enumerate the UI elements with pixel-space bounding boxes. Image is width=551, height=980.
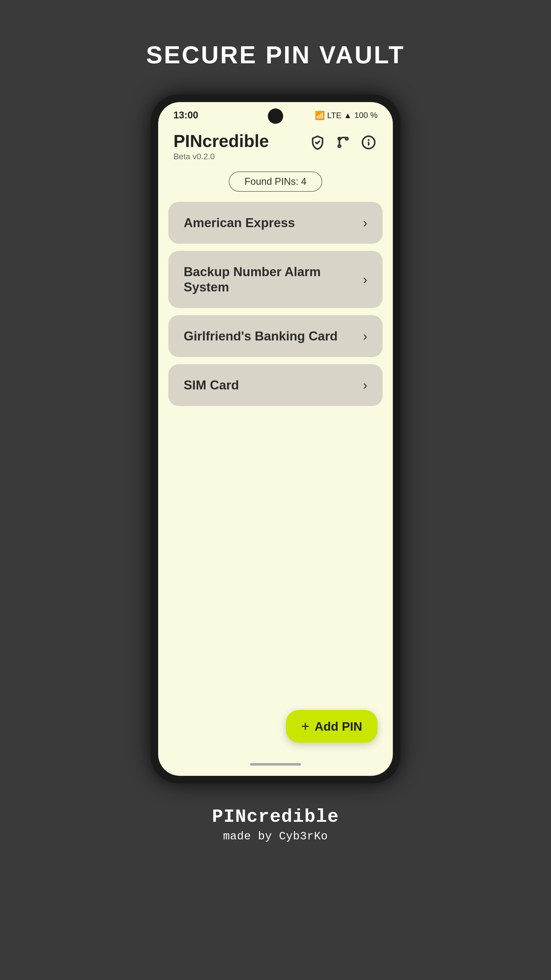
pin-item-label: Backup Number Alarm System	[184, 264, 363, 295]
phone-screen: 13:00 📶 LTE ▲ 100 % PINcredible Beta v0.…	[158, 102, 393, 776]
pin-item-label: Girlfriend's Banking Card	[184, 328, 338, 344]
footer-app-name: PINcredible	[212, 807, 339, 827]
info-icon[interactable]	[360, 134, 378, 151]
app-version: Beta v0.2.0	[173, 152, 269, 161]
pin-item-american-express[interactable]: American Express ›	[168, 202, 383, 244]
status-bar: 13:00 📶 LTE ▲ 100 %	[158, 102, 393, 123]
found-pins-badge: Found PINs: 4	[158, 172, 393, 192]
home-indicator	[250, 763, 301, 765]
chevron-right-icon: ›	[363, 328, 367, 344]
pin-item-girlfriends-banking-card[interactable]: Girlfriend's Banking Card ›	[168, 315, 383, 357]
pin-item-sim-card[interactable]: SIM Card ›	[168, 364, 383, 406]
add-pin-plus-icon: +	[301, 719, 310, 733]
camera-notch	[268, 108, 283, 124]
chevron-right-icon: ›	[363, 272, 367, 287]
status-icons: 📶 LTE ▲ 100 %	[315, 110, 378, 120]
found-pins-pill: Found PINs: 4	[229, 172, 322, 192]
chevron-right-icon: ›	[363, 377, 367, 393]
app-title-block: PINcredible Beta v0.2.0	[173, 131, 269, 161]
add-pin-label: Add PIN	[314, 719, 362, 733]
footer-made-by: made by Cyb3rKo	[223, 830, 328, 843]
branch-icon[interactable]	[334, 134, 352, 151]
chevron-right-icon: ›	[363, 215, 367, 231]
app-name: PINcredible	[173, 131, 269, 151]
add-pin-fab[interactable]: + Add PIN	[286, 710, 378, 743]
header-icons	[309, 134, 378, 151]
pin-item-backup-number-alarm[interactable]: Backup Number Alarm System ›	[168, 251, 383, 308]
shield-check-icon[interactable]	[309, 134, 327, 151]
pin-item-label: SIM Card	[184, 377, 239, 393]
status-time: 13:00	[173, 110, 198, 121]
pin-list: American Express › Backup Number Alarm S…	[158, 202, 393, 406]
app-header: PINcredible Beta v0.2.0	[158, 123, 393, 166]
battery-indicator: 100 %	[354, 110, 378, 120]
page-title: SECURE PIN VAULT	[146, 41, 405, 69]
phone-frame: 13:00 📶 LTE ▲ 100 % PINcredible Beta v0.…	[151, 94, 400, 783]
pin-item-label: American Express	[184, 215, 295, 231]
footer-branding: PINcredible made by Cyb3rKo	[212, 807, 339, 843]
signal-icon: 📶 LTE ▲	[315, 110, 352, 120]
